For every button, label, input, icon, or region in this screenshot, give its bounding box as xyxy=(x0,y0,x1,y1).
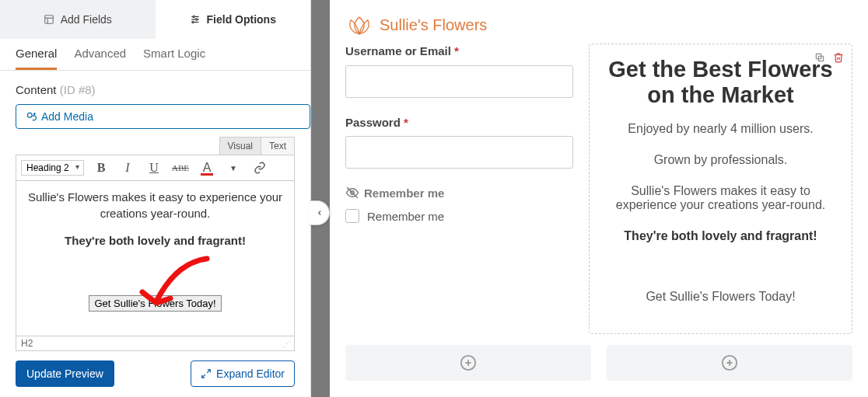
collapse-handle[interactable] xyxy=(310,200,330,225)
sidebar: Add Fields Field Options General Advance… xyxy=(0,0,311,397)
text-color-button[interactable]: A xyxy=(198,158,216,177)
svg-point-9 xyxy=(27,113,32,117)
remember-checkbox-label: Remember me xyxy=(367,210,444,223)
sliders-icon xyxy=(190,14,201,25)
username-label: Username or Email * xyxy=(345,44,573,59)
format-select[interactable]: Heading 2 xyxy=(21,160,84,176)
editor-toolbar: Heading 2 B I U ABE A ▼ xyxy=(16,155,295,181)
chevron-left-icon xyxy=(316,209,324,217)
svg-point-4 xyxy=(193,16,194,17)
underline-button[interactable]: U xyxy=(145,158,163,177)
trash-icon xyxy=(833,52,844,63)
editor-line-1: Sullie's Flowers makes it easy to experi… xyxy=(24,189,286,221)
card-p4: They're both lovely and fragrant! xyxy=(607,229,835,243)
svg-rect-0 xyxy=(44,16,53,24)
card-title: Get the Best Flowers on the Market xyxy=(607,57,835,108)
plus-icon xyxy=(721,354,738,371)
brand-logo: Sullie's Flowers xyxy=(345,0,852,44)
content-card[interactable]: Get the Best Flowers on the Market Enjoy… xyxy=(589,44,852,334)
remember-header: Remember me xyxy=(345,186,573,200)
content-heading: Content (ID #8) xyxy=(0,71,310,104)
tab-field-options-label: Field Options xyxy=(207,13,276,26)
content-id: (ID #8) xyxy=(60,83,96,96)
form-left-column: Username or Email * Password * Remember … xyxy=(345,44,573,334)
duplicate-button[interactable] xyxy=(813,50,827,64)
delete-button[interactable] xyxy=(831,50,845,64)
expand-icon xyxy=(201,368,212,379)
preview-panel: Sullie's Flowers Username or Email * Pas… xyxy=(330,0,868,397)
editor-line-2: They're both lovely and fragrant! xyxy=(24,232,286,249)
username-input[interactable] xyxy=(345,65,573,98)
password-label: Password * xyxy=(345,115,573,131)
add-media-button[interactable]: Add Media xyxy=(16,104,310,129)
plus-icon xyxy=(460,354,477,371)
editor-body[interactable]: Sullie's Flowers makes it easy to experi… xyxy=(16,181,295,336)
link-button[interactable] xyxy=(250,158,269,177)
strikethrough-button[interactable]: ABE xyxy=(171,158,190,177)
editor-tab-text[interactable]: Text xyxy=(261,137,295,155)
svg-line-13 xyxy=(202,374,205,378)
text-color-menu[interactable]: ▼ xyxy=(224,158,243,177)
add-field-left[interactable] xyxy=(345,345,591,381)
annotation-arrow-icon xyxy=(133,255,219,317)
tab-add-fields-label: Add Fields xyxy=(61,13,112,26)
resize-grip-icon[interactable]: ⋰ xyxy=(283,340,289,348)
svg-line-12 xyxy=(207,370,210,373)
link-icon xyxy=(254,162,266,174)
italic-button[interactable]: I xyxy=(118,158,137,177)
bold-button[interactable]: B xyxy=(92,158,110,177)
brand-text: Sullie's Flowers xyxy=(380,16,487,34)
media-icon xyxy=(26,111,37,122)
remember-checkbox[interactable] xyxy=(345,209,359,223)
tab-field-options[interactable]: Field Options xyxy=(156,0,311,39)
update-preview-button[interactable]: Update Preview xyxy=(16,360,114,387)
svg-point-6 xyxy=(195,19,197,20)
subtab-smart-logic[interactable]: Smart Logic xyxy=(143,47,205,70)
editor-status-bar: H2 ⋰ xyxy=(16,336,295,351)
eye-off-icon xyxy=(345,186,359,200)
lotus-icon xyxy=(345,14,373,36)
card-p2: Grown by professionals. xyxy=(607,153,835,167)
layout-icon xyxy=(44,14,54,25)
card-p1: Enjoyed by nearly 4 million users. xyxy=(607,122,835,136)
expand-editor-button[interactable]: Expand Editor xyxy=(191,360,295,387)
editor-tab-visual[interactable]: Visual xyxy=(219,137,261,155)
panel-divider xyxy=(311,0,330,397)
copy-icon xyxy=(814,52,825,63)
password-input[interactable] xyxy=(345,136,573,169)
subtab-advanced[interactable]: Advanced xyxy=(74,47,126,70)
remember-checkbox-row[interactable]: Remember me xyxy=(345,209,573,223)
tab-add-fields[interactable]: Add Fields xyxy=(0,0,156,39)
add-field-right[interactable] xyxy=(607,345,852,381)
subtab-general[interactable]: General xyxy=(16,47,57,70)
card-p5: Get Sullie's Flowers Today! xyxy=(607,290,835,304)
card-p3: Sullie's Flowers makes it easy to experi… xyxy=(607,184,835,212)
svg-point-8 xyxy=(191,21,193,23)
